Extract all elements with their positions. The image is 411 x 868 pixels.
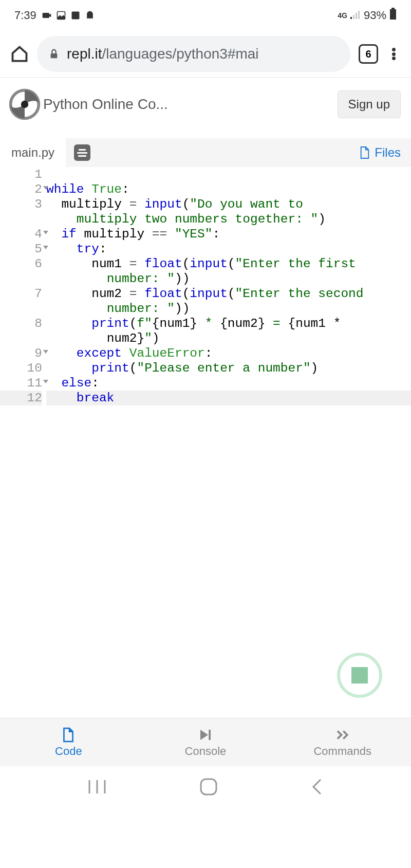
lock-icon: [48, 48, 60, 60]
url-text: repl.it/languages/python3#mai: [67, 46, 259, 62]
notification-icon: [42, 10, 52, 21]
tab-console-label: Console: [185, 745, 227, 758]
repl-brand: Python Online Co...: [6, 86, 168, 123]
tab-console[interactable]: Console: [137, 718, 274, 766]
tab-count-value: 6: [365, 48, 371, 60]
status-right: 4G 93%: [338, 8, 397, 23]
more-menu-icon[interactable]: [386, 47, 401, 61]
tab-code-label: Code: [55, 745, 82, 758]
ghost-icon: [85, 10, 95, 21]
gutter: 123456789101112: [0, 167, 46, 405]
browser-bar: repl.it/languages/python3#mai 6: [0, 31, 411, 77]
file-bar-toolbar: Files: [66, 138, 411, 167]
url-domain: repl.it: [67, 46, 102, 62]
file-tab-main[interactable]: main.py: [0, 139, 66, 166]
home-icon[interactable]: [10, 45, 29, 63]
chevrons-right-icon: [335, 727, 350, 743]
refresh-icon: [70, 10, 81, 21]
android-nav: [0, 766, 411, 807]
recents-icon[interactable]: [87, 779, 107, 795]
status-left: 7:39: [14, 9, 95, 22]
status-notification-icons: [42, 10, 95, 21]
url-path: /languages/python3#mai: [102, 46, 258, 62]
home-nav-icon[interactable]: [199, 778, 218, 796]
signal-icon: [350, 9, 361, 22]
url-bar[interactable]: repl.it/languages/python3#mai: [37, 36, 350, 72]
replit-logo-icon[interactable]: [6, 86, 43, 123]
code-content[interactable]: while True: multiply = input("Do you wan…: [46, 167, 411, 405]
stop-button[interactable]: [337, 653, 382, 698]
file-icon: [61, 727, 76, 743]
tab-count-button[interactable]: 6: [359, 44, 378, 64]
image-icon: [56, 10, 66, 21]
status-bar: 7:39 4G 93%: [0, 0, 411, 31]
file-bar: main.py Files: [0, 138, 411, 167]
svg-rect-0: [42, 13, 49, 18]
svg-rect-6: [358, 11, 360, 19]
battery-percent: 93%: [364, 9, 386, 22]
battery-icon: [389, 8, 397, 23]
tab-code[interactable]: Code: [0, 718, 137, 766]
files-button-label: Files: [375, 145, 401, 160]
svg-rect-8: [390, 9, 396, 20]
format-icon[interactable]: [74, 144, 90, 161]
svg-point-11: [21, 101, 28, 108]
svg-rect-3: [350, 17, 352, 19]
sign-up-button[interactable]: Sign up: [338, 90, 401, 118]
repl-header: Python Online Co... Sign up: [0, 77, 411, 131]
back-icon[interactable]: [310, 778, 324, 796]
svg-rect-4: [353, 15, 354, 19]
file-icon: [359, 146, 370, 159]
page-title: Python Online Co...: [43, 96, 168, 113]
bottom-tabs: Code Console Commands: [0, 718, 411, 766]
files-button[interactable]: Files: [359, 145, 401, 160]
network-type: 4G: [338, 11, 347, 20]
svg-rect-5: [356, 13, 357, 19]
svg-rect-12: [209, 730, 211, 740]
tab-commands-label: Commands: [313, 745, 371, 758]
tab-commands[interactable]: Commands: [274, 718, 411, 766]
svg-rect-2: [71, 12, 79, 20]
status-time: 7:39: [14, 9, 36, 22]
code-editor[interactable]: 123456789101112 while True: multiply = i…: [0, 167, 411, 405]
svg-rect-9: [51, 53, 58, 58]
svg-rect-16: [201, 779, 216, 795]
stop-icon: [351, 667, 368, 684]
svg-rect-7: [391, 8, 395, 9]
play-skip-icon: [198, 727, 213, 743]
